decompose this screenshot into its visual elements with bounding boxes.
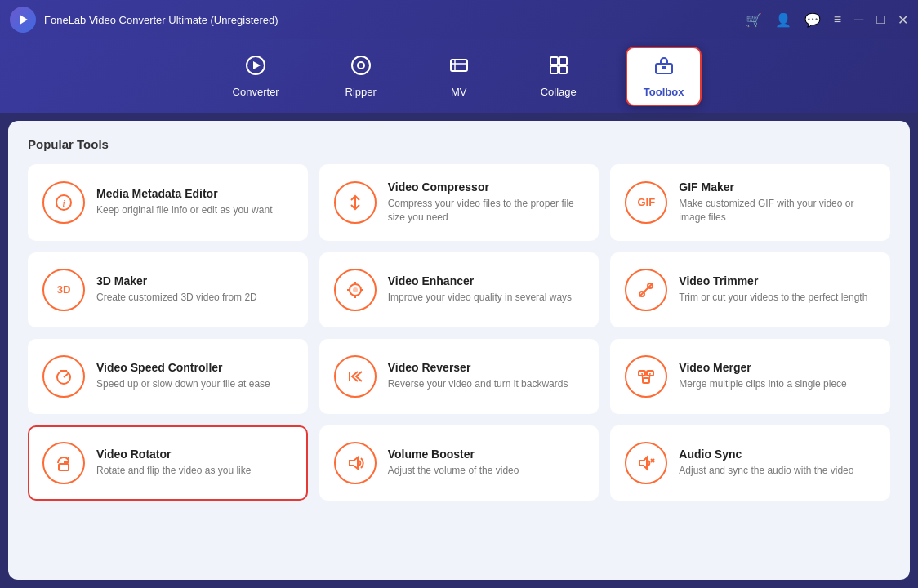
- video-reverser-name: Video Reverser: [388, 361, 585, 374]
- audio-sync-desc: Adjust and sync the audio with the video: [679, 464, 876, 478]
- video-trimmer-desc: Trim or cut your videos to the perfect l…: [679, 291, 876, 305]
- titlebar: FoneLab Video Converter Ultimate (Unregi…: [0, 0, 918, 39]
- audio-sync-icon: [625, 442, 667, 484]
- tool-card-video-rotator[interactable]: Video RotatorRotate and flip the video a…: [28, 425, 308, 501]
- gif-maker-name: GIF Maker: [679, 180, 876, 194]
- svg-rect-35: [59, 464, 69, 470]
- svg-rect-13: [662, 66, 666, 69]
- mv-label: MV: [451, 86, 467, 98]
- tool-card-audio-sync[interactable]: Audio SyncAdjust and sync the audio with…: [610, 425, 890, 501]
- svg-text:i: i: [62, 197, 65, 209]
- close-icon[interactable]: ✕: [898, 12, 908, 28]
- tool-card-3d-maker[interactable]: 3D3D MakerCreate customized 3D video fro…: [28, 252, 308, 327]
- collage-icon: [548, 55, 569, 81]
- cart-icon[interactable]: 🛒: [746, 12, 762, 28]
- svg-rect-32: [643, 378, 649, 383]
- video-speed-controller-icon: [42, 355, 85, 398]
- video-compressor-name: Video Compressor: [388, 180, 585, 194]
- svg-rect-11: [559, 66, 567, 74]
- video-reverser-desc: Reverse your video and turn it backwards: [388, 377, 585, 391]
- tool-card-video-compressor[interactable]: Video CompressorCompress your video file…: [319, 164, 599, 241]
- media-metadata-editor-info: Media Metadata EditorKeep original file …: [96, 187, 293, 217]
- navbar: Converter Ripper MV: [0, 39, 918, 113]
- video-reverser-info: Video ReverserReverse your video and tur…: [388, 361, 585, 391]
- tool-card-video-reverser[interactable]: Video ReverserReverse your video and tur…: [319, 339, 599, 414]
- video-enhancer-icon: [334, 269, 377, 311]
- tool-card-video-speed-controller[interactable]: Video Speed ControllerSpeed up or slow d…: [28, 339, 308, 414]
- converter-icon: [245, 55, 266, 81]
- svg-point-4: [358, 62, 364, 69]
- toolbox-icon: [653, 55, 675, 81]
- toolbox-label: Toolbox: [644, 86, 684, 98]
- video-speed-controller-desc: Speed up or slow down your file at ease: [96, 377, 293, 391]
- collage-label: Collage: [541, 86, 577, 98]
- video-compressor-info: Video CompressorCompress your video file…: [388, 180, 585, 225]
- app-logo: [10, 7, 36, 33]
- tool-card-video-merger[interactable]: Video MergerMerge multiple clips into a …: [610, 339, 890, 414]
- nav-collage[interactable]: Collage: [524, 48, 593, 105]
- video-compressor-icon: [334, 181, 377, 224]
- svg-line-33: [642, 373, 643, 381]
- volume-booster-info: Volume BoosterAdjust the volume of the v…: [388, 448, 585, 478]
- svg-rect-8: [550, 57, 558, 65]
- media-metadata-editor-name: Media Metadata Editor: [96, 187, 293, 200]
- svg-line-27: [64, 373, 69, 377]
- menu-icon[interactable]: ≡: [834, 12, 841, 27]
- nav-ripper[interactable]: Ripper: [328, 48, 394, 105]
- tool-card-video-enhancer[interactable]: Video EnhancerImprove your video quality…: [319, 252, 599, 327]
- tool-card-volume-booster[interactable]: Volume BoosterAdjust the volume of the v…: [319, 425, 599, 501]
- svg-marker-2: [253, 61, 261, 69]
- video-trimmer-info: Video TrimmerTrim or cut your videos to …: [679, 274, 876, 305]
- video-rotator-icon: [42, 442, 85, 484]
- audio-sync-info: Audio SyncAdjust and sync the audio with…: [679, 448, 876, 478]
- video-enhancer-name: Video Enhancer: [388, 274, 585, 287]
- svg-rect-5: [451, 60, 467, 71]
- maximize-icon[interactable]: □: [876, 12, 885, 27]
- minimize-icon[interactable]: ─: [854, 12, 863, 27]
- video-enhancer-desc: Improve your video quality in several wa…: [388, 291, 585, 305]
- 3d-maker-icon: 3D: [42, 269, 85, 311]
- nav-converter[interactable]: Converter: [216, 48, 296, 105]
- gif-maker-desc: Make customized GIF with your video or i…: [679, 197, 876, 225]
- video-merger-info: Video MergerMerge multiple clips into a …: [679, 361, 876, 391]
- 3d-maker-info: 3D MakerCreate customized 3D video from …: [96, 274, 293, 305]
- video-enhancer-info: Video EnhancerImprove your video quality…: [388, 274, 585, 305]
- chat-icon[interactable]: 💬: [804, 12, 821, 28]
- video-rotator-info: Video RotatorRotate and flip the video a…: [96, 448, 293, 478]
- svg-point-18: [353, 287, 358, 292]
- nav-mv[interactable]: MV: [426, 48, 492, 105]
- video-speed-controller-info: Video Speed ControllerSpeed up or slow d…: [96, 361, 293, 391]
- video-trimmer-icon: [625, 269, 667, 311]
- video-merger-icon: [625, 355, 667, 398]
- main-content: Popular Tools iMedia Metadata EditorKeep…: [8, 121, 910, 580]
- volume-booster-desc: Adjust the volume of the video: [388, 464, 585, 478]
- 3d-maker-desc: Create customized 3D video from 2D: [96, 291, 293, 305]
- svg-rect-9: [559, 57, 567, 65]
- mv-icon: [448, 55, 470, 81]
- nav-toolbox[interactable]: Toolbox: [626, 47, 702, 106]
- tools-grid: iMedia Metadata EditorKeep original file…: [28, 164, 890, 501]
- media-metadata-editor-desc: Keep original file info or edit as you w…: [96, 203, 293, 217]
- section-title: Popular Tools: [28, 137, 890, 151]
- svg-marker-36: [350, 457, 358, 469]
- tool-card-gif-maker[interactable]: GIFGIF MakerMake customized GIF with you…: [610, 164, 890, 241]
- converter-label: Converter: [233, 86, 279, 98]
- volume-booster-name: Volume Booster: [388, 448, 585, 461]
- svg-rect-10: [550, 66, 558, 74]
- svg-line-34: [649, 373, 650, 381]
- titlebar-controls: 🛒 👤 💬 ≡ ─ □ ✕: [746, 12, 908, 28]
- video-reverser-icon: [334, 355, 377, 398]
- video-merger-name: Video Merger: [679, 361, 876, 374]
- gif-maker-info: GIF MakerMake customized GIF with your v…: [679, 180, 876, 225]
- tool-card-media-metadata-editor[interactable]: iMedia Metadata EditorKeep original file…: [28, 164, 308, 241]
- 3d-maker-name: 3D Maker: [96, 274, 293, 287]
- volume-booster-icon: [334, 442, 377, 484]
- audio-sync-name: Audio Sync: [679, 448, 876, 461]
- user-icon[interactable]: 👤: [775, 12, 791, 28]
- video-speed-controller-name: Video Speed Controller: [96, 361, 293, 374]
- gif-maker-icon: GIF: [625, 181, 667, 224]
- video-compressor-desc: Compress your video files to the proper …: [388, 197, 585, 225]
- svg-marker-37: [639, 457, 647, 469]
- tool-card-video-trimmer[interactable]: Video TrimmerTrim or cut your videos to …: [610, 252, 890, 327]
- ripper-label: Ripper: [345, 86, 377, 98]
